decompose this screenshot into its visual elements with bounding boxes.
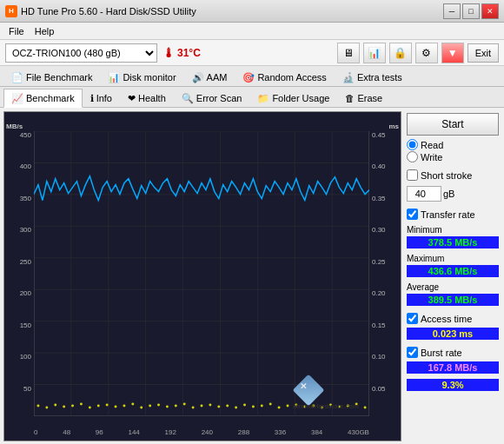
maximum-label: Maximum [407, 254, 499, 263]
svg-point-36 [175, 405, 177, 408]
y-right-040: 0.40 [372, 162, 386, 170]
toolbar-btn-5[interactable]: ▼ [441, 43, 464, 63]
menu-help[interactable]: Help [30, 24, 60, 38]
burst-rate-checkbox[interactable] [407, 347, 418, 358]
transfer-rate-label[interactable]: Transfer rate [407, 209, 499, 220]
average-label: Average [407, 282, 499, 292]
app-icon: H [5, 5, 17, 17]
svg-point-42 [226, 405, 229, 408]
drive-selector[interactable]: OCZ-TRION100 (480 gB) [5, 43, 157, 63]
tab-erase[interactable]: 🗑 Erase [337, 89, 390, 108]
window-title: HD Tune Pro 5.60 - Hard Disk/SSD Utility [21, 6, 196, 17]
tab-file-benchmark[interactable]: 📄 File Benchmark [3, 68, 100, 87]
svg-point-40 [209, 404, 211, 407]
access-time-value: 0.023 ms [407, 328, 499, 340]
tab-disk-monitor[interactable]: 📊 Disk monitor [100, 68, 183, 87]
aam-icon: 🔊 [192, 72, 204, 83]
read-write-group: Read Write [407, 139, 499, 162]
read-radio-label[interactable]: Read [407, 139, 499, 150]
chart-area: MB/s ms 450 400 350 300 250 200 150 100 … [3, 111, 401, 441]
tab-error-scan[interactable]: 🔍 Error Scan [174, 89, 250, 108]
health-icon: ❤ [128, 93, 136, 104]
y-axis-left: 450 400 350 300 250 200 150 100 50 [4, 131, 33, 416]
toolbar-btn-3[interactable]: 🔒 [389, 43, 412, 63]
transfer-rate-text: Transfer rate [421, 209, 475, 220]
close-button[interactable]: ✕ [481, 3, 499, 19]
short-stroke-label[interactable]: Short stroke [407, 169, 499, 181]
short-stroke-checkbox[interactable] [407, 169, 418, 181]
tab-extra-tests[interactable]: 🔬 Extra tests [335, 68, 410, 87]
read-radio[interactable] [407, 139, 418, 150]
svg-point-21 [45, 407, 48, 409]
temperature-value: 31°C [177, 47, 201, 59]
access-time-label[interactable]: Access time [407, 313, 499, 324]
info-icon: ℹ [90, 93, 94, 104]
maximize-button[interactable]: □ [462, 3, 480, 19]
svg-point-27 [97, 405, 100, 408]
tab-benchmark[interactable]: 📈 Benchmark [3, 89, 83, 108]
transfer-rate-checkbox[interactable] [407, 209, 418, 220]
svg-point-32 [140, 407, 143, 409]
y-axis-unit-right: ms [388, 123, 399, 130]
info-label: Info [96, 93, 112, 103]
burst-rate-text: Burst rate [421, 348, 462, 358]
svg-point-48 [278, 407, 281, 409]
nav-row1: 📄 File Benchmark 📊 Disk monitor 🔊 AAM 🎯 … [0, 66, 504, 87]
svg-point-26 [89, 407, 91, 409]
read-label: Read [421, 140, 443, 150]
benchmark-icon: 📈 [11, 93, 23, 104]
error-scan-icon: 🔍 [182, 93, 194, 104]
stroke-value-input[interactable] [407, 186, 441, 202]
menu-file[interactable]: File [3, 24, 30, 38]
aam-label: AAM [207, 72, 228, 83]
tab-health[interactable]: ❤ Health [120, 89, 174, 108]
write-radio-label[interactable]: Write [407, 151, 499, 162]
y-right-015: 0.15 [372, 321, 386, 329]
x-tick-240: 240 [202, 428, 213, 436]
right-panel: Start Read Write Short stroke gB Transfe… [405, 111, 501, 441]
file-benchmark-icon: 📄 [11, 72, 23, 83]
svg-point-31 [131, 403, 134, 406]
tab-aam[interactable]: 🔊 AAM [184, 68, 235, 87]
minimum-value: 378.5 MB/s [407, 236, 499, 249]
svg-point-34 [157, 404, 160, 407]
maximum-section: Maximum 436.6 MB/s [407, 254, 499, 277]
random-access-label: Random Access [257, 72, 326, 83]
chart-svg [34, 131, 369, 416]
erase-icon: 🗑 [345, 93, 355, 103]
minimize-button[interactable]: ─ [443, 3, 461, 19]
svg-point-35 [166, 406, 169, 408]
folder-usage-label: Folder Usage [272, 93, 329, 103]
y-tick-200: 200 [20, 289, 31, 297]
y-right-005: 0.05 [372, 385, 386, 393]
write-radio[interactable] [407, 151, 418, 162]
svg-point-41 [217, 406, 220, 408]
average-value: 389.5 MB/s [407, 294, 499, 306]
toolbar-btn-1[interactable]: 🖥 [337, 43, 360, 63]
x-tick-96: 96 [96, 428, 103, 436]
x-tick-288: 288 [238, 428, 249, 436]
y-tick-300: 300 [20, 226, 31, 234]
access-time-checkbox[interactable] [407, 313, 418, 324]
burst-rate-label[interactable]: Burst rate [407, 347, 499, 358]
start-button[interactable]: Start [407, 113, 499, 136]
main-content: MB/s ms 450 400 350 300 250 200 150 100 … [0, 108, 504, 444]
toolbar: OCZ-TRION100 (480 gB) 🌡 31°C 🖥 📊 🔒 ⚙ ▼ E… [0, 40, 504, 66]
random-access-icon: 🎯 [242, 72, 255, 83]
temperature-display: 🌡 31°C [162, 46, 201, 60]
write-label: Write [421, 152, 442, 162]
nav-row2: 📈 Benchmark ℹ Info ❤ Health 🔍 Error Scan… [0, 87, 504, 108]
svg-point-47 [269, 403, 272, 406]
exit-button[interactable]: Exit [468, 43, 499, 63]
toolbar-btn-2[interactable]: 📊 [363, 43, 386, 63]
svg-point-46 [261, 405, 263, 408]
tab-folder-usage[interactable]: 📁 Folder Usage [249, 89, 337, 108]
x-tick-430: 430GB [348, 428, 369, 436]
svg-point-29 [115, 406, 117, 408]
tab-random-access[interactable]: 🎯 Random Access [235, 68, 334, 87]
y-tick-100: 100 [20, 353, 31, 361]
toolbar-btn-4[interactable]: ⚙ [415, 43, 438, 63]
watermark-logo: ✕ [293, 374, 324, 406]
tab-info[interactable]: ℹ Info [83, 89, 120, 108]
x-tick-336: 336 [275, 428, 286, 436]
